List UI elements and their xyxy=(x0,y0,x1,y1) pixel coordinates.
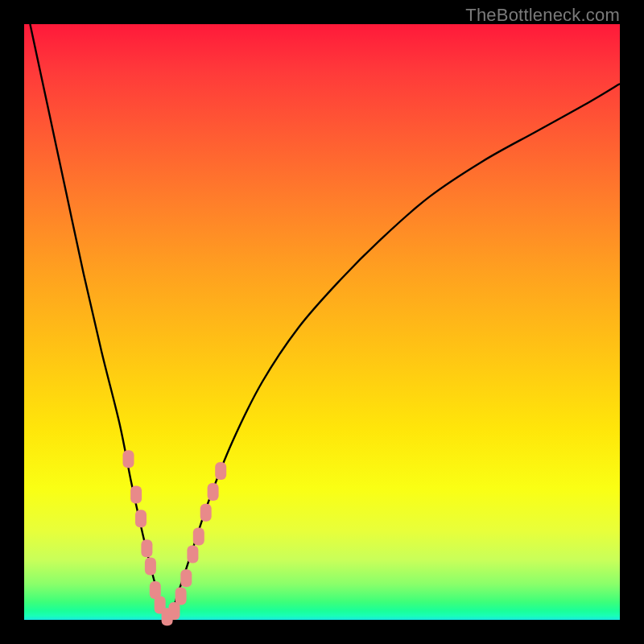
data-marker xyxy=(180,569,192,587)
data-marker xyxy=(200,504,212,522)
data-marker xyxy=(193,527,204,545)
data-marker xyxy=(135,510,147,527)
marker-group xyxy=(123,450,227,625)
data-marker xyxy=(215,462,226,480)
data-marker xyxy=(145,557,156,575)
curve-layer xyxy=(24,24,620,620)
data-marker xyxy=(130,486,142,504)
data-marker xyxy=(141,539,152,557)
watermark-text: TheBottleneck.com xyxy=(465,5,620,26)
data-marker xyxy=(123,450,134,468)
data-marker xyxy=(175,587,187,605)
data-marker xyxy=(187,546,198,564)
data-marker xyxy=(208,483,219,501)
bottleneck-curve xyxy=(30,24,620,620)
plot-area xyxy=(24,24,620,620)
chart-frame: TheBottleneck.com xyxy=(0,0,644,644)
data-marker xyxy=(169,602,180,620)
